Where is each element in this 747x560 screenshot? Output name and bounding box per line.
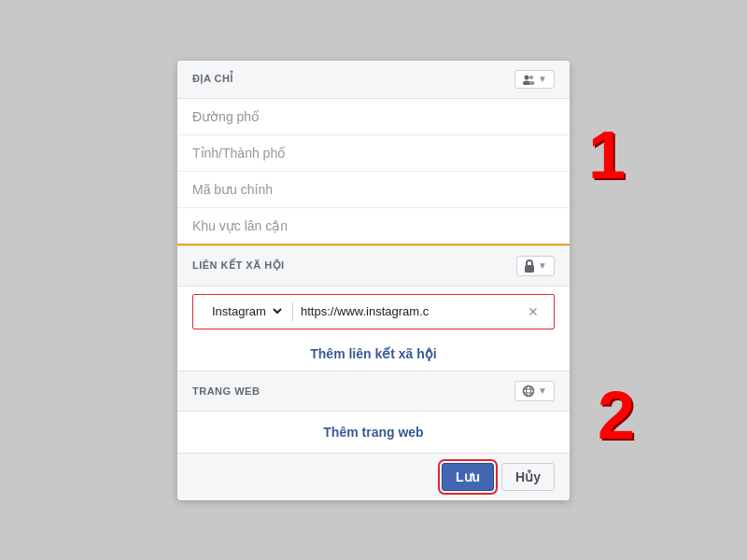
lock-chevron-icon: ▼ bbox=[538, 260, 547, 271]
social-url-input[interactable] bbox=[301, 304, 522, 318]
svg-point-2 bbox=[529, 76, 533, 79]
address-privacy-button[interactable]: ▼ bbox=[514, 70, 555, 89]
website-section-header: TRANG WEB ▼ bbox=[177, 371, 570, 412]
svg-point-3 bbox=[529, 81, 535, 85]
add-social-link-button[interactable]: Thêm liên kết xã hội bbox=[177, 337, 570, 371]
svg-point-6 bbox=[527, 385, 531, 396]
neighborhood-input[interactable] bbox=[177, 208, 570, 245]
postal-input[interactable] bbox=[177, 172, 570, 208]
svg-point-5 bbox=[524, 385, 534, 396]
city-input[interactable] bbox=[177, 135, 570, 172]
address-section-header: ĐỊA CHỈ ▼ bbox=[177, 61, 570, 99]
lock-icon bbox=[524, 259, 535, 273]
website-privacy-button[interactable]: ▼ bbox=[514, 381, 555, 401]
annotation-1: 1 bbox=[588, 117, 626, 193]
social-divider bbox=[292, 302, 293, 321]
street-input[interactable] bbox=[177, 99, 570, 135]
annotation-2: 2 bbox=[598, 377, 635, 454]
chevron-icon: ▼ bbox=[538, 74, 547, 84]
profile-card: ĐỊA CHỈ ▼ LIÊN KẾT XÃ HỘI bbox=[177, 61, 570, 500]
address-title: ĐỊA CHỈ bbox=[192, 73, 233, 85]
globe-chevron-icon: ▼ bbox=[538, 385, 547, 396]
social-section-header: LIÊN KẾT XÃ HỘI ▼ bbox=[177, 246, 570, 287]
svg-point-0 bbox=[525, 75, 529, 79]
website-title: TRANG WEB bbox=[192, 385, 260, 397]
cancel-button[interactable]: Hủy bbox=[501, 463, 555, 491]
add-website-link-button[interactable]: Thêm trang web bbox=[177, 412, 570, 453]
social-platform-select[interactable]: Instagram Facebook Twitter YouTube Linke… bbox=[208, 303, 285, 319]
social-privacy-button[interactable]: ▼ bbox=[516, 256, 555, 276]
save-button[interactable]: Lưu bbox=[442, 463, 494, 491]
svg-rect-4 bbox=[525, 265, 534, 273]
social-section: LIÊN KẾT XÃ HỘI ▼ Instagram Facebook Twi… bbox=[177, 246, 570, 371]
globe-icon bbox=[522, 385, 535, 398]
people-icon bbox=[522, 74, 535, 85]
social-title: LIÊN KẾT XÃ HỘI bbox=[192, 259, 285, 272]
social-remove-button[interactable]: ✕ bbox=[528, 304, 539, 319]
footer-bar: Lưu Hủy bbox=[177, 454, 570, 500]
address-section: ĐỊA CHỈ ▼ bbox=[177, 61, 570, 246]
website-section: TRANG WEB ▼ Thêm trang web bbox=[177, 371, 570, 454]
social-row: Instagram Facebook Twitter YouTube Linke… bbox=[192, 294, 555, 329]
